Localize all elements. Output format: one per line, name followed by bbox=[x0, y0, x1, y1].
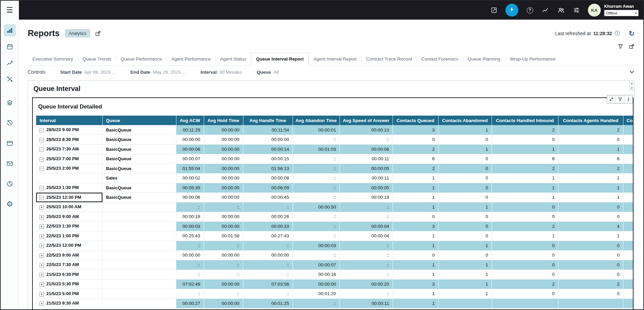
value-cell[interactable]: 0 bbox=[438, 154, 492, 164]
value-cell[interactable]: 00:11:54 bbox=[243, 125, 293, 135]
column-header-avg-handle-time[interactable]: Avg Handle Time bbox=[243, 116, 293, 125]
queue-cell[interactable]: BasicQueue bbox=[102, 183, 176, 193]
queue-cell[interactable] bbox=[102, 260, 176, 270]
value-cell[interactable]: :: bbox=[340, 260, 393, 270]
column-header-queue[interactable]: Queue bbox=[102, 116, 176, 125]
value-cell[interactable]: 0 bbox=[438, 231, 492, 241]
interval-cell[interactable]: +21/5/23 9:30 AM bbox=[36, 299, 102, 308]
value-cell[interactable]: 1 bbox=[438, 289, 492, 299]
value-cell[interactable]: :: bbox=[340, 202, 393, 212]
value-cell[interactable]: :: bbox=[176, 289, 204, 299]
tab-executive-summary[interactable]: Executive Summary bbox=[28, 53, 78, 65]
value-cell[interactable]: 00:00:45 bbox=[243, 193, 293, 202]
value-cell[interactable]: 00:00:00 bbox=[243, 135, 293, 145]
value-cell[interactable]: 6 bbox=[393, 154, 438, 164]
value-cell[interactable]: 00:00:00 bbox=[204, 221, 243, 231]
value-cell[interactable]: 1 bbox=[492, 183, 558, 193]
value-cell[interactable]: 00:00:01 bbox=[293, 125, 340, 135]
value-cell[interactable]: 0 bbox=[438, 251, 492, 260]
value-cell[interactable]: 00:00:05 bbox=[340, 183, 393, 193]
value-cell[interactable]: :: bbox=[243, 260, 293, 270]
value-cell[interactable]: 2 bbox=[558, 164, 623, 173]
value-cell[interactable]: 3 bbox=[393, 279, 438, 289]
interval-cell[interactable]: −28/5/23 9:00 PM bbox=[36, 125, 102, 135]
value-cell[interactable]: 0 bbox=[438, 135, 492, 145]
value-cell[interactable]: 00:00:04 bbox=[340, 231, 393, 241]
value-cell[interactable]: 2 bbox=[492, 221, 558, 231]
value-cell[interactable]: 1 bbox=[558, 144, 623, 154]
value-cell[interactable]: 1 bbox=[492, 144, 558, 154]
column-header-contacts-handled-inbound[interactable]: Contacts Handled Inbound bbox=[492, 116, 558, 125]
plus-expander-icon[interactable]: + bbox=[40, 224, 44, 229]
control-queue[interactable]: QueueAll bbox=[257, 70, 279, 75]
plus-expander-icon[interactable]: + bbox=[40, 292, 44, 296]
value-cell[interactable]: 1 bbox=[393, 193, 438, 202]
value-cell[interactable]: 1 bbox=[393, 173, 438, 183]
value-cell[interactable]: 00:01:25 bbox=[243, 299, 293, 308]
tab-agent-interval-report[interactable]: Agent Interval Report bbox=[309, 53, 362, 65]
quick-actions-button[interactable] bbox=[505, 4, 518, 17]
column-header-contacts-abandoned[interactable]: Contacts Abandoned bbox=[438, 116, 492, 125]
value-cell[interactable]: :: bbox=[293, 193, 340, 202]
value-cell[interactable]: 01:56:13 bbox=[243, 164, 293, 173]
filter-icon[interactable] bbox=[618, 44, 623, 49]
value-cell[interactable]: 00:00:06 bbox=[176, 144, 204, 154]
value-cell[interactable]: 6 bbox=[492, 154, 558, 164]
tab-queue-planning[interactable]: Queue Planning bbox=[463, 53, 505, 65]
queue-cell[interactable]: BasicQueue bbox=[102, 193, 176, 202]
value-cell[interactable]: 00:01:03 bbox=[293, 144, 340, 154]
value-cell[interactable]: 0 bbox=[558, 260, 623, 270]
interval-cell[interactable] bbox=[36, 173, 102, 183]
value-cell[interactable] bbox=[623, 251, 633, 260]
value-cell[interactable]: :: bbox=[340, 289, 393, 299]
value-cell[interactable]: 0 bbox=[558, 135, 623, 145]
value-cell[interactable]: 00:00:00 bbox=[204, 144, 243, 154]
value-cell[interactable]: 1 bbox=[393, 183, 438, 193]
control-start-date[interactable]: Start DateApr 09, 2023 ... bbox=[60, 70, 116, 75]
sidebar-item-mail[interactable] bbox=[4, 158, 16, 170]
sidebar-item-layers[interactable] bbox=[4, 97, 16, 109]
value-cell[interactable]: 00:00:33 bbox=[243, 221, 293, 231]
column-header-interval[interactable]: Interval bbox=[36, 116, 102, 125]
value-cell[interactable]: 00:00:20 bbox=[340, 279, 393, 289]
value-cell[interactable]: 2 bbox=[393, 164, 438, 173]
control-end-date[interactable]: End DateMay 29, 2023 ... bbox=[130, 70, 185, 75]
value-cell[interactable]: :: bbox=[176, 202, 204, 212]
column-header-contacts-agents-handled[interactable]: Contacts Agents Handled bbox=[558, 116, 623, 125]
interval-cell[interactable]: +22/5/23 1:30 PM bbox=[36, 221, 102, 231]
value-cell[interactable]: 1 bbox=[438, 144, 492, 154]
minus-expander-icon[interactable]: − bbox=[40, 138, 44, 142]
value-cell[interactable]: :: bbox=[293, 135, 340, 145]
column-header-avg-abandon-time[interactable]: Avg Abandon Time bbox=[293, 116, 340, 125]
value-cell[interactable]: :: bbox=[340, 212, 393, 222]
value-cell[interactable]: 00:00:00 bbox=[204, 193, 243, 202]
external-link-icon[interactable] bbox=[95, 30, 101, 37]
tab-queue-interval-report[interactable]: Queue Interval Report bbox=[251, 53, 309, 66]
sliders-icon[interactable] bbox=[572, 6, 580, 14]
plus-expander-icon[interactable]: + bbox=[40, 302, 44, 306]
kebab-menu-icon[interactable]: ⋮ bbox=[624, 95, 633, 103]
sidebar-item-settings[interactable]: ⚙ bbox=[4, 198, 16, 210]
value-cell[interactable]: 00:00:00 bbox=[204, 154, 243, 164]
plus-expander-icon[interactable]: + bbox=[40, 205, 44, 210]
value-cell[interactable] bbox=[623, 299, 633, 308]
value-cell[interactable]: 00:00:03 bbox=[176, 221, 204, 231]
queue-cell[interactable]: BasicQueue bbox=[102, 125, 176, 135]
value-cell[interactable]: 1 bbox=[393, 231, 438, 241]
value-cell[interactable]: 0 bbox=[558, 241, 623, 251]
interval-cell[interactable]: +22/5/23 9:00 AM bbox=[36, 251, 102, 260]
info-icon[interactable]: ⓘ bbox=[615, 30, 620, 37]
value-cell[interactable]: 0 bbox=[393, 135, 438, 145]
value-cell[interactable]: 0 bbox=[492, 135, 558, 145]
value-cell[interactable]: 00:00:27 bbox=[176, 299, 204, 308]
value-cell[interactable]: 0 bbox=[558, 212, 623, 222]
avatar[interactable]: KA bbox=[588, 4, 601, 17]
value-cell[interactable]: :: bbox=[293, 164, 340, 173]
value-cell[interactable]: 2 bbox=[558, 279, 623, 289]
value-cell[interactable]: 3 bbox=[393, 221, 438, 231]
value-cell[interactable] bbox=[623, 144, 633, 154]
value-cell[interactable]: 0 bbox=[492, 212, 558, 222]
queue-cell[interactable] bbox=[102, 251, 176, 260]
interval-cell[interactable]: −28/5/23 8:30 PM bbox=[36, 135, 102, 145]
value-cell[interactable]: 0 bbox=[492, 270, 558, 280]
